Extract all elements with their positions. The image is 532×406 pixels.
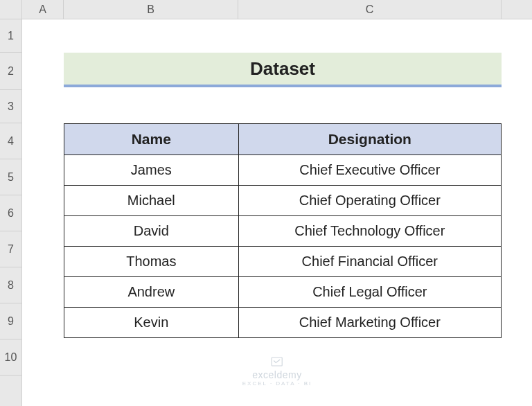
row-header-6[interactable]: 6 — [0, 195, 21, 231]
table-row: James Chief Executive Officer — [64, 155, 502, 186]
svg-rect-0 — [272, 358, 282, 366]
header-designation[interactable]: Designation — [238, 124, 501, 155]
cell-designation[interactable]: Chief Marketing Officer — [238, 308, 501, 338]
col-header-a[interactable]: A — [22, 0, 64, 19]
cell-name[interactable]: Thomas — [64, 247, 239, 277]
watermark-text: exceldemy — [252, 369, 301, 380]
cell-designation[interactable]: Chief Financial Officer — [238, 247, 501, 277]
row-header-10[interactable]: 10 — [0, 339, 21, 376]
table-row: Thomas Chief Financial Officer — [64, 247, 502, 277]
table-row: David Chief Technology Officer — [64, 216, 502, 247]
cell-designation[interactable]: Chief Operating Officer — [238, 186, 501, 216]
row-header-8[interactable]: 8 — [0, 267, 21, 303]
row-header-3[interactable]: 3 — [0, 90, 21, 123]
row-headers: 1 2 3 4 5 6 7 8 9 10 — [0, 19, 22, 406]
cell-designation[interactable]: Chief Technology Officer — [238, 216, 501, 247]
watermark-subtext: EXCEL · DATA · BI — [242, 380, 312, 387]
select-all-corner[interactable] — [0, 0, 22, 19]
watermark-icon — [271, 355, 283, 368]
table-row: Kevin Chief Marketing Officer — [64, 308, 502, 338]
table-row: Andrew Chief Legal Officer — [64, 277, 502, 308]
cell-name[interactable]: David — [64, 216, 239, 247]
cell-designation[interactable]: Chief Executive Officer — [238, 155, 501, 186]
row-header-7[interactable]: 7 — [0, 231, 21, 267]
title-cell[interactable]: Dataset — [64, 53, 502, 87]
cell-name[interactable]: James — [64, 155, 239, 186]
data-table: Name Designation James Chief Executive O… — [64, 123, 502, 338]
row-header-4[interactable]: 4 — [0, 123, 21, 159]
header-name[interactable]: Name — [64, 124, 239, 155]
row-header-1[interactable]: 1 — [0, 19, 21, 53]
table-header-row: Name Designation — [64, 124, 502, 155]
watermark: exceldemy EXCEL · DATA · BI — [242, 355, 312, 387]
grid-area[interactable]: Dataset Name Designation James Chief Exe… — [22, 19, 532, 406]
row-header-5[interactable]: 5 — [0, 159, 21, 195]
cell-designation[interactable]: Chief Legal Officer — [238, 277, 501, 308]
row-header-9[interactable]: 9 — [0, 303, 21, 339]
cell-name[interactable]: Michael — [64, 186, 239, 216]
row-header-2[interactable]: 2 — [0, 53, 21, 90]
cell-name[interactable]: Kevin — [64, 308, 239, 338]
col-header-c[interactable]: C — [238, 0, 502, 19]
spreadsheet: A B C 1 2 3 4 5 6 7 8 9 10 Dataset Name … — [0, 0, 532, 406]
col-header-b[interactable]: B — [64, 0, 238, 19]
cell-name[interactable]: Andrew — [64, 277, 239, 308]
table-row: Michael Chief Operating Officer — [64, 186, 502, 216]
column-headers: A B C — [22, 0, 532, 19]
